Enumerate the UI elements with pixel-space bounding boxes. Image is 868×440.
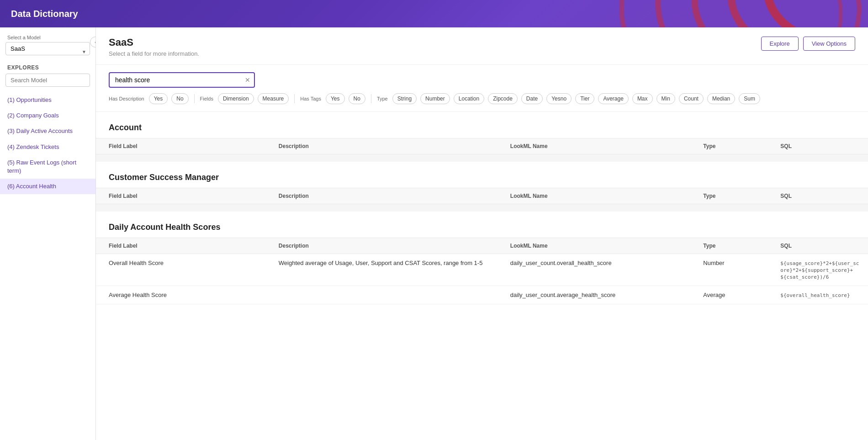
cell-description (266, 286, 498, 304)
svg-point-0 (767, 0, 868, 27)
section-account: Account Field Label Description LookML N… (96, 112, 868, 154)
main-content: SaaS Select a field for more information… (96, 27, 868, 440)
col-field-label-0: Field Label (96, 138, 266, 154)
section-csm: Customer Success Manager Field Label Des… (96, 162, 868, 204)
filter-has-description-yes[interactable]: Yes (149, 93, 168, 104)
filter-type-min[interactable]: Min (656, 93, 675, 104)
view-options-button[interactable]: View Options (803, 37, 855, 51)
content-subtitle: Select a field for more information. (109, 50, 199, 57)
cell-type: Number (690, 254, 767, 286)
filter-separator-1 (194, 94, 195, 103)
sidebar: Select a Model SaaS Production Developme… (0, 27, 96, 440)
sidebar-item-account-health[interactable]: (6) Account Health (0, 179, 95, 194)
app-body: Select a Model SaaS Production Developme… (0, 27, 868, 440)
col-type-2: Type (690, 238, 767, 254)
cell-type: Average (690, 286, 767, 304)
model-select-wrapper: SaaS Production Development ▼ (0, 42, 95, 61)
table-row: Average Health Score daily_user_count.av… (96, 286, 868, 304)
app-title: Data Dictionary (11, 9, 78, 19)
section-divider-1 (96, 154, 868, 162)
cell-field-label: Overall Health Score (96, 254, 266, 286)
filter-measure[interactable]: Measure (258, 93, 289, 104)
sidebar-item-company-goals[interactable]: (2) Company Goals (0, 108, 95, 123)
filter-separator-2 (294, 94, 295, 103)
col-type-1: Type (690, 188, 767, 204)
filter-has-tags-yes[interactable]: Yes (326, 93, 345, 104)
col-sql-1: SQL (767, 188, 868, 204)
sidebar-item-raw-events[interactable]: (5) Raw Event Logs (short term) (0, 155, 95, 179)
cell-lookml: daily_user_count.overall_health_score (498, 254, 691, 286)
filter-type-sum[interactable]: Sum (739, 93, 760, 104)
topbar-actions: Explore View Options (761, 37, 855, 51)
sidebar-item-opportunities[interactable]: (1) Opportunities (0, 92, 95, 108)
svg-point-3 (658, 0, 868, 27)
filter-area: ✕ Has Description Yes No Fields Dimensio… (96, 65, 868, 112)
daily-health-table: Field Label Description LookML Name Type… (96, 238, 868, 304)
app-header: Data Dictionary (0, 0, 868, 27)
col-sql-0: SQL (767, 138, 868, 154)
sidebar-item-daily-active[interactable]: (3) Daily Active Accounts (0, 123, 95, 139)
fields-label: Fields (200, 96, 213, 101)
csm-table-header: Field Label Description LookML Name Type… (96, 188, 868, 204)
col-field-label-2: Field Label (96, 238, 266, 254)
content-topbar: SaaS Select a field for more information… (96, 27, 868, 65)
filter-type-tier[interactable]: Tier (575, 93, 594, 104)
col-lookml-2: LookML Name (498, 238, 691, 254)
col-description-1: Description (266, 188, 498, 204)
col-field-label-1: Field Label (96, 188, 266, 204)
filter-has-description-no[interactable]: No (171, 93, 188, 104)
table-row: Overall Health Score Weighted average of… (96, 254, 868, 286)
section-account-title: Account (96, 112, 868, 138)
col-sql-2: SQL (767, 238, 868, 254)
explores-label: Explores (0, 61, 95, 74)
col-type-0: Type (690, 138, 767, 154)
svg-point-1 (731, 0, 868, 27)
filter-dimension[interactable]: Dimension (218, 93, 254, 104)
sidebar-item-zendesk[interactable]: (4) Zendesk Tickets (0, 139, 95, 155)
col-description-2: Description (266, 238, 498, 254)
has-description-label: Has Description (109, 96, 144, 101)
filter-type-date[interactable]: Date (521, 93, 543, 104)
type-label: Type (377, 96, 388, 101)
daily-health-table-header: Field Label Description LookML Name Type… (96, 238, 868, 254)
search-model-wrapper (0, 74, 95, 92)
account-table-header: Field Label Description LookML Name Type… (96, 138, 868, 154)
filter-type-location[interactable]: Location (454, 93, 484, 104)
cell-sql: ${overall_health_score} (767, 286, 868, 304)
section-csm-title: Customer Success Manager (96, 162, 868, 188)
section-daily-health: Daily Account Health Scores Field Label … (96, 212, 868, 304)
model-select[interactable]: SaaS Production Development (5, 42, 90, 55)
filter-separator-3 (371, 94, 371, 103)
search-model-input[interactable] (5, 74, 90, 87)
cell-description: Weighted average of Usage, User, Support… (266, 254, 498, 286)
filter-has-tags-no[interactable]: No (349, 93, 365, 104)
search-input-wrapper: ✕ (109, 72, 255, 88)
cell-field-label: Average Health Score (96, 286, 266, 304)
filter-type-count[interactable]: Count (679, 93, 704, 104)
account-table: Field Label Description LookML Name Type… (96, 138, 868, 154)
filter-type-median[interactable]: Median (707, 93, 735, 104)
has-tags-label: Has Tags (300, 96, 321, 101)
col-lookml-1: LookML Name (498, 188, 691, 204)
content-title: SaaS (109, 37, 199, 48)
explore-button[interactable]: Explore (761, 37, 799, 51)
search-input[interactable] (109, 72, 255, 88)
search-clear-icon[interactable]: ✕ (245, 76, 250, 84)
nav-list: (1) Opportunities (2) Company Goals (3) … (0, 92, 95, 194)
filter-type-zipcode[interactable]: Zipcode (488, 93, 518, 104)
filter-type-number[interactable]: Number (420, 93, 450, 104)
filter-type-max[interactable]: Max (632, 93, 653, 104)
filter-type-average[interactable]: Average (598, 93, 628, 104)
section-daily-health-title: Daily Account Health Scores (96, 212, 868, 238)
cell-lookml: daily_user_count.average_health_score (498, 286, 691, 304)
svg-point-5 (594, 0, 841, 27)
csm-table: Field Label Description LookML Name Type… (96, 188, 868, 204)
filter-row: Has Description Yes No Fields Dimension … (109, 93, 855, 104)
col-lookml-0: LookML Name (498, 138, 691, 154)
header-decoration (594, 0, 868, 27)
filter-type-yesno[interactable]: Yesno (546, 93, 572, 104)
cell-sql: ${usage_score}*2+${user_score}*2+${suppo… (767, 254, 868, 286)
content-header-text: SaaS Select a field for more information… (109, 37, 199, 57)
filter-type-string[interactable]: String (392, 93, 417, 104)
col-description-0: Description (266, 138, 498, 154)
